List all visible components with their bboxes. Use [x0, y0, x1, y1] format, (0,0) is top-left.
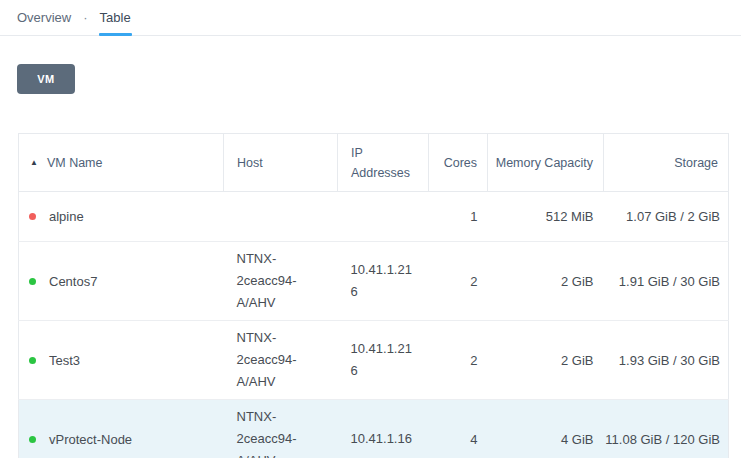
power-status-icon: [29, 436, 36, 443]
column-header-cores[interactable]: Cores: [429, 134, 488, 192]
memory-cell: 4 GiB: [488, 400, 604, 458]
view-tabs: Overview · Table: [0, 0, 741, 36]
memory-cell: 2 GiB: [488, 321, 604, 400]
column-header-storage[interactable]: Storage: [604, 134, 729, 192]
tab-table[interactable]: Table: [100, 0, 131, 35]
vm-name: Test3: [49, 353, 80, 368]
storage-cell: 1.07 GiB / 2 GiB: [604, 192, 729, 242]
cores-cell: 1: [429, 192, 488, 242]
cores-cell: 4: [429, 400, 488, 458]
column-header-host[interactable]: Host: [224, 134, 338, 192]
ip-cell: [338, 192, 429, 242]
cores-cell: 2: [429, 321, 488, 400]
ip-cell: 10.41.1.216: [338, 242, 429, 321]
table-row-test3[interactable]: Test3 NTNX-2ceacc94-A/AHV 10.41.1.216 2 …: [19, 321, 729, 400]
column-label: VM Name: [47, 153, 103, 173]
cores-cell: 2: [429, 242, 488, 321]
column-header-ip-addresses[interactable]: IP Addresses: [338, 134, 429, 192]
ip-cell: 10.41.1.16: [338, 400, 429, 458]
tab-overview[interactable]: Overview: [17, 0, 71, 35]
column-header-memory-capacity[interactable]: Memory Capacity: [488, 134, 604, 192]
sort-asc-icon: ▲: [30, 159, 38, 167]
ip-cell: 10.41.1.216: [338, 321, 429, 400]
power-status-icon: [29, 278, 36, 285]
host-cell: NTNX-2ceacc94-A/AHV: [224, 321, 338, 400]
table-header: ▲ VM Name Host IP Addresses Cores Memory…: [19, 134, 729, 192]
power-status-icon: [29, 357, 36, 364]
storage-cell: 1.91 GiB / 30 GiB: [604, 242, 729, 321]
tab-separator-dot: ·: [83, 11, 87, 24]
storage-cell: 1.93 GiB / 30 GiB: [604, 321, 729, 400]
vm-name: alpine: [49, 209, 84, 224]
memory-cell: 2 GiB: [488, 242, 604, 321]
vm-filter-button[interactable]: VM: [17, 64, 75, 94]
vm-dashboard-screen: Overview · Table VM ▲ VM Name Host IP Ad…: [0, 0, 741, 458]
host-cell: [224, 192, 338, 242]
memory-cell: 512 MiB: [488, 192, 604, 242]
host-cell: NTNX-2ceacc94-A/AHV: [224, 242, 338, 321]
host-cell: NTNX-2ceacc94-A/AHV: [224, 400, 338, 458]
power-status-icon: [29, 213, 36, 220]
table-row-alpine[interactable]: alpine 1 512 MiB 1.07 GiB / 2 GiB: [19, 192, 729, 242]
table-row-centos7[interactable]: Centos7 NTNX-2ceacc94-A/AHV 10.41.1.216 …: [19, 242, 729, 321]
column-header-vm-name[interactable]: ▲ VM Name: [19, 134, 224, 192]
table-row-vprotect-node[interactable]: vProtect-Node NTNX-2ceacc94-A/AHV 10.41.…: [19, 400, 729, 458]
vm-name: Centos7: [49, 274, 97, 289]
vm-name: vProtect-Node: [49, 432, 132, 447]
vm-table: ▲ VM Name Host IP Addresses Cores Memory…: [18, 133, 729, 458]
storage-cell: 11.08 GiB / 120 GiB: [604, 400, 729, 458]
